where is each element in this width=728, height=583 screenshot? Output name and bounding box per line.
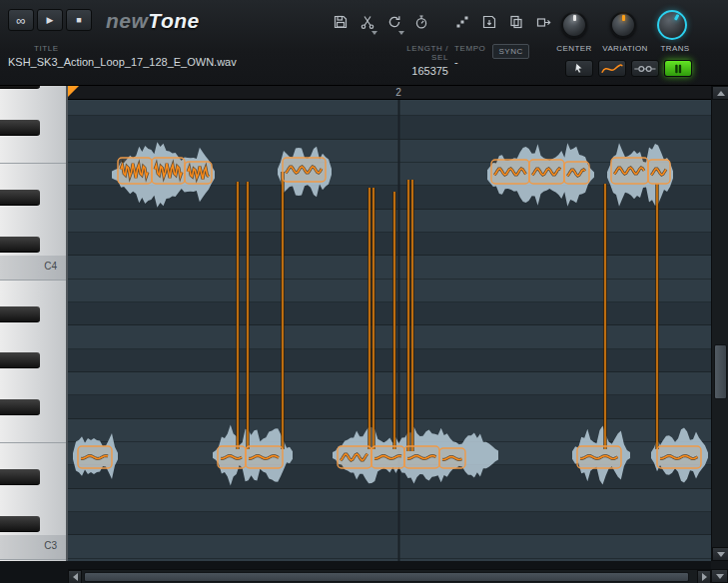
center-knob-indicator — [573, 15, 576, 21]
scissors-icon — [360, 14, 375, 30]
curve-icon — [599, 61, 625, 77]
variation-knob-label: VARIATION — [597, 44, 653, 53]
piano-key-black[interactable] — [0, 86, 40, 89]
left-arrow-icon — [73, 573, 78, 581]
vertical-scrollbar[interactable] — [711, 86, 728, 561]
center-knob[interactable] — [561, 12, 587, 38]
header-bar: ∞ ▶ ■ newTone — [0, 0, 728, 86]
slide-toggle-button[interactable] — [664, 60, 692, 77]
tempo-block: TEMPO - SYNC — [454, 44, 529, 68]
horizontal-scroll-thumb[interactable] — [84, 572, 689, 582]
piano-key-black[interactable] — [0, 516, 40, 532]
trans-knob-indicator — [673, 14, 678, 21]
save-sample-icon — [481, 14, 497, 30]
down-arrow-icon — [717, 552, 725, 557]
piano-key-separator — [0, 559, 66, 560]
newtone-window: ∞ ▶ ■ newTone — [0, 0, 728, 583]
center-knob-indicator-wrap — [563, 14, 585, 36]
save-icon — [333, 14, 349, 30]
loop-record-caret[interactable] — [398, 31, 404, 35]
piano-key-black[interactable] — [0, 120, 40, 136]
send-to-playlist-button[interactable] — [530, 8, 555, 35]
note-grid[interactable] — [68, 100, 711, 561]
trans-knob-indicator-wrap — [654, 7, 689, 42]
piano-key-separator — [0, 280, 66, 281]
vertical-scroll-thumb[interactable] — [714, 344, 727, 399]
variation-knob-indicator — [622, 15, 625, 21]
knob-labels: CENTER VARIATION TRANS — [551, 44, 701, 53]
link-tool-button[interactable] — [631, 60, 659, 77]
transport-controls: ∞ ▶ ■ — [8, 9, 92, 31]
piano-key-black[interactable] — [0, 306, 40, 322]
piano-keyboard[interactable]: C4C3 — [0, 86, 68, 561]
loop-button[interactable]: ∞ — [8, 9, 34, 31]
length-label: LENGTH / SEL — [392, 44, 448, 62]
ruler-marks: 2 — [68, 86, 711, 99]
title-label: TITLE — [34, 44, 237, 53]
curve-tool-button[interactable] — [598, 60, 626, 77]
title-value: KSH_SK3_Action_Loop_17_128_E_OWN.wav — [8, 56, 237, 68]
up-arrow-icon — [717, 91, 725, 96]
scroll-up-button[interactable] — [712, 86, 728, 100]
tempo-label: TEMPO — [454, 44, 485, 53]
bottom-right-gap — [711, 561, 728, 569]
bottom-left-corner — [0, 569, 68, 583]
slide-toggle-icon — [665, 61, 691, 77]
timeline-ruler[interactable]: 2 — [68, 86, 711, 100]
trans-knob[interactable] — [657, 10, 687, 40]
main-toolbar — [328, 8, 555, 35]
stop-icon: ■ — [76, 15, 81, 25]
logo-text-tone: Tone — [148, 9, 199, 32]
slide-icon — [454, 14, 470, 30]
tempo-value: - — [454, 56, 485, 68]
piano-key-black[interactable] — [0, 237, 40, 253]
scroll-right-button[interactable] — [697, 570, 711, 583]
piano-key-separator — [0, 163, 66, 164]
pointer-tool-button[interactable] — [565, 60, 593, 77]
save-button[interactable] — [328, 8, 353, 35]
app-logo: newTone — [106, 9, 200, 33]
variation-knob[interactable] — [610, 12, 636, 38]
center-knob-label: CENTER — [551, 44, 597, 53]
play-icon: ▶ — [47, 15, 54, 25]
piano-key-label: C3 — [44, 540, 57, 551]
stopwatch-button[interactable] — [408, 8, 433, 35]
corner-arrow-icon — [716, 574, 724, 579]
link-icon — [632, 61, 658, 77]
stop-button[interactable]: ■ — [66, 9, 92, 31]
piano-key-label: C4 — [44, 261, 57, 272]
toolbar-divider — [435, 8, 447, 9]
variation-knob-indicator-wrap — [612, 14, 634, 36]
piano-key-black[interactable] — [0, 399, 40, 415]
loop-icon: ∞ — [16, 13, 25, 28]
piano-key-black[interactable] — [0, 352, 40, 368]
copy-button[interactable] — [503, 8, 528, 35]
loop-record-icon — [386, 14, 402, 30]
cut-options-caret[interactable] — [371, 31, 377, 35]
grid-bottom-strip — [0, 561, 711, 569]
play-button[interactable]: ▶ — [37, 9, 63, 31]
cut-button[interactable] — [355, 8, 379, 35]
title-block: TITLE KSH_SK3_Action_Loop_17_128_E_OWN.w… — [8, 44, 237, 68]
right-arrow-icon — [702, 573, 707, 581]
ruler-mark: 2 — [388, 87, 408, 98]
scroll-down-button[interactable] — [712, 547, 728, 561]
scroll-left-button[interactable] — [68, 570, 82, 583]
slide-button[interactable] — [449, 8, 474, 35]
length-value: 165375 — [392, 65, 448, 77]
editor-graphics — [68, 100, 711, 561]
trans-knob-label: TRANS — [653, 44, 697, 53]
sync-toggle[interactable]: SYNC — [492, 44, 528, 59]
length-block: LENGTH / SEL 165375 — [392, 44, 448, 77]
pointer-icon — [566, 61, 592, 77]
send-to-playlist-icon — [535, 14, 551, 30]
horizontal-scrollbar[interactable] — [68, 569, 711, 583]
save-sample-button[interactable] — [476, 8, 501, 35]
edit-tools — [565, 60, 692, 77]
corner-scroll-button[interactable] — [711, 569, 728, 583]
copy-icon — [508, 14, 524, 30]
piano-key-separator — [0, 442, 66, 443]
piano-key-black[interactable] — [0, 190, 40, 206]
piano-key-black[interactable] — [0, 469, 40, 485]
loop-record-button[interactable] — [381, 8, 406, 35]
